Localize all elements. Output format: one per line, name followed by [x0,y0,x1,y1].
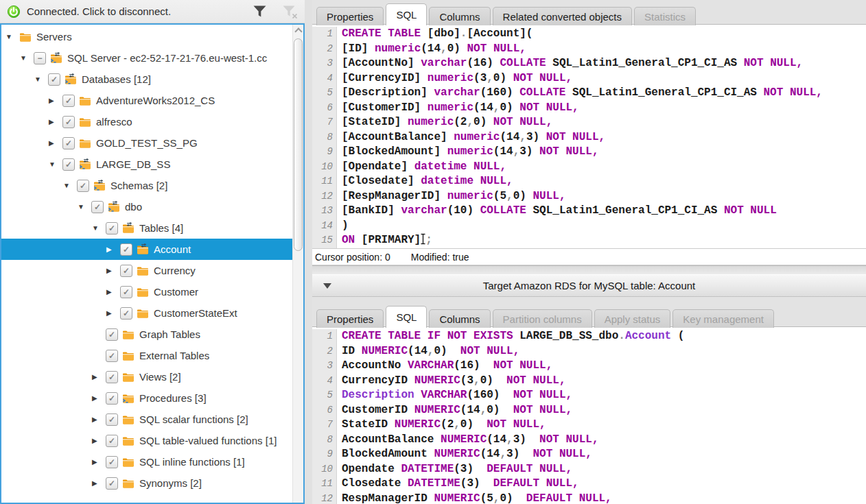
code-text[interactable]: CurrencyID NUMERIC(3,0) NOT NULL, [337,374,565,389]
expander-icon[interactable]: ▼ [63,182,77,189]
filter-icon[interactable] [253,5,267,19]
expander-icon[interactable]: ▶ [49,139,62,147]
scrollbar-thumb[interactable] [294,38,303,251]
checkbox[interactable]: ✓ [106,435,118,447]
tab-properties[interactable]: Properties [316,309,384,328]
code-text[interactable]: [StateID] numeric(2,0) NOT NULL, [337,115,552,130]
expander-icon[interactable]: ▼ [78,203,91,211]
checkbox[interactable]: ✓ [120,307,132,320]
expander-icon[interactable]: ▼ [49,160,62,168]
tab-columns[interactable]: Columns [429,309,490,328]
tab-properties[interactable]: Properties [316,7,384,25]
checkbox[interactable]: ✓ [106,328,118,341]
code-text[interactable]: [Description] varchar(160) COLLATE SQL_L… [337,86,823,101]
expander-icon[interactable]: ▶ [92,394,106,402]
code-text[interactable]: AccountBalance NUMERIC(14,3) NOT NULL, [337,433,599,448]
connection-status-bar[interactable]: Connected. Click to disconnect. [0,0,305,23]
horizontal-splitter[interactable] [312,265,866,275]
checkbox[interactable]: ✓ [77,180,89,192]
code-text[interactable]: [ID] numeric(14,0) NOT NULL, [337,42,526,57]
expander-icon[interactable]: ▶ [92,416,106,423]
expander-icon[interactable]: ▶ [106,245,120,253]
code-text[interactable]: ON [PRIMARY]; [337,233,432,248]
code-text[interactable]: [AccountBalance] numeric(14,3) NOT NULL, [337,130,605,145]
checkbox[interactable]: ✓ [62,116,75,128]
tree-item-schemas-2[interactable]: ▼✓Schemas [2] [1,175,292,196]
tree-item-graph-tables[interactable]: ✓Graph Tables [1,324,292,345]
expander-icon[interactable]: ▼ [34,75,48,83]
checkbox[interactable]: ✓ [48,73,60,86]
code-text[interactable]: Closedate DATETIME(3) DEFAULT NULL, [337,477,579,492]
code-text[interactable]: [CurrencyID] numeric(3,0) NOT NULL, [337,71,572,86]
checkbox[interactable]: ✓ [120,286,132,298]
tree-item-sql-scalar-functions-2[interactable]: ▶✓SQL scalar functions [2] [1,409,292,430]
code-text[interactable]: StateID NUMERIC(2,0) NOT NULL, [337,418,546,433]
expander-icon[interactable]: ▼ [5,33,19,40]
expander-icon[interactable]: ▶ [92,458,106,466]
tree-item-gold-test-ss-pg[interactable]: ▶✓GOLD_TEST_SS_PG [1,132,292,154]
checkbox[interactable]: ✓ [106,222,118,235]
tree-item-databases-12[interactable]: ▼✓Databases [12] [1,69,292,90]
expander-icon[interactable]: ▶ [92,373,106,381]
checkbox[interactable]: ✓ [106,456,118,468]
tree-item-alfresco[interactable]: ▶✓alfresco [1,111,292,132]
expander-icon[interactable]: ▶ [92,437,106,444]
code-text[interactable]: [Closedate] datetime NULL, [337,174,513,189]
expander-icon[interactable]: ▶ [49,97,62,104]
checkbox[interactable]: ✓ [106,413,118,426]
tree-item-tables-4[interactable]: ▼✓Tables [4] [1,217,292,239]
code-text[interactable]: ) [337,219,349,234]
code-text[interactable]: [RespManagerID] numeric(5,0) NULL, [337,189,565,204]
vertical-splitter[interactable] [305,0,312,504]
expander-icon[interactable]: ▶ [106,309,120,317]
expander-icon[interactable]: ▼ [20,54,34,62]
code-text[interactable]: Description VARCHAR(160) NOT NULL, [337,388,572,403]
checkbox[interactable]: − [34,52,46,64]
tab-sql[interactable]: SQL [386,306,427,328]
code-text[interactable]: BlockedAmount NUMERIC(14,3) NOT NULL, [337,447,592,462]
code-text[interactable]: Opendate DATETIME(3) DEFAULT NULL, [337,462,572,477]
checkbox[interactable]: ✓ [106,392,118,405]
code-text[interactable]: CustomerID NUMERIC(14,0) NOT NULL, [337,403,572,418]
tree-item-sql-table-valued-functions-1[interactable]: ▶✓SQL table-valued functions [1] [1,430,292,451]
tree-item-currency[interactable]: ▶✓Currency [1,260,292,281]
target-panel-header[interactable]: Target Amazon RDS for MySQL table: Accou… [312,275,866,297]
expander-icon[interactable]: ▼ [92,224,106,232]
checkbox[interactable]: ✓ [62,95,75,107]
tab-sql[interactable]: SQL [386,3,427,25]
tree-item-views-2[interactable]: ▶✓Views [2] [1,366,292,387]
tree-item-large-db-ss[interactable]: ▼✓LARGE_DB_SS [1,154,292,175]
tree-item-dbo[interactable]: ▼✓dbo [1,196,292,217]
expander-icon[interactable]: ▶ [92,479,106,487]
tree-item-sql-inline-functions-1[interactable]: ▶✓SQL inline functions [1] [1,451,292,472]
checkbox[interactable]: ✓ [120,243,132,256]
code-text[interactable]: [BankID] varchar(10) COLLATE SQL_Latin1_… [337,204,777,219]
tree-item-sql-server-ec2-52-17-21-76-eu-west-1-cc[interactable]: ▼−SQL Server - ec2-52-17-21-76.eu-west-1… [1,47,292,69]
expander-icon[interactable]: ▶ [49,118,62,125]
code-text[interactable]: RespManagerID NUMERIC(5,0) DEFAULT NULL, [337,492,612,504]
code-text[interactable]: [AccountNo] varchar(16) COLLATE SQL_Lati… [337,56,803,71]
checkbox[interactable]: ✓ [120,265,132,277]
tree-item-customer[interactable]: ▶✓Customer [1,281,292,302]
code-text[interactable]: [Opendate] datetime NULL, [337,160,506,175]
tab-columns[interactable]: Columns [429,7,490,25]
tree-item-adventureworks2012-cs[interactable]: ▶✓AdventureWorks2012_CS [1,90,292,111]
checkbox[interactable]: ✓ [91,201,104,213]
code-text[interactable]: ID NUMERIC(14,0) NOT NULL, [337,344,519,359]
tree-item-external-tables[interactable]: ✓External Tables [1,345,292,366]
scroll-up-icon[interactable] [293,25,303,36]
expander-icon[interactable]: ▶ [106,267,120,274]
code-text[interactable]: [CustomerID] numeric(14,0) NOT NULL, [337,101,579,116]
code-text[interactable]: [BlockedAmount] numeric(14,3) NOT NULL, [337,145,599,160]
collapse-triangle-icon[interactable] [323,283,331,289]
tree-item-synonyms-2[interactable]: ▶✓Synonyms [2] [1,472,292,494]
source-sql-editor[interactable]: 1CREATE TABLE [dbo].[Account](2[ID] nume… [312,25,866,248]
tree-item-account[interactable]: ▶✓Account [1,239,292,260]
checkbox[interactable]: ✓ [62,158,75,171]
code-text[interactable]: CREATE TABLE IF NOT EXISTS LARGE_DB_SS_d… [337,329,684,344]
tree-item-servers[interactable]: ▼Servers [1,26,292,47]
code-text[interactable]: CREATE TABLE [dbo].[Account]( [337,27,533,42]
tree-item-procedures-3[interactable]: ▶✓Procedures [3] [1,387,292,409]
checkbox[interactable]: ✓ [106,477,118,490]
code-text[interactable]: AccountNo VARCHAR(16) NOT NULL, [337,359,552,374]
